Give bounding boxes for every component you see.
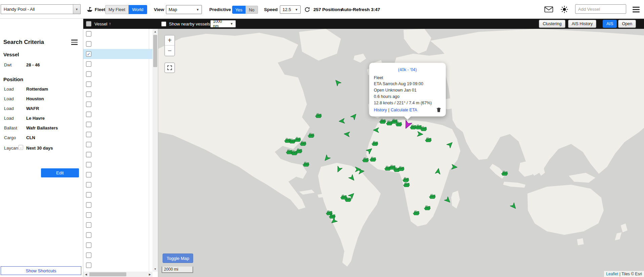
vessel-row[interactable] xyxy=(83,79,153,89)
vessel-row[interactable] xyxy=(83,109,153,119)
vessel-ship-marker[interactable] xyxy=(308,132,315,138)
vessel-row[interactable] xyxy=(83,69,153,79)
vessel-row-checkbox[interactable] xyxy=(86,192,91,198)
vessel-row[interactable] xyxy=(83,250,153,260)
nearby-radius-select[interactable]: 1000 nm ▼ xyxy=(210,20,236,27)
scroll-right-icon[interactable]: ▶ xyxy=(147,272,153,277)
edit-button[interactable]: Edit xyxy=(41,168,79,177)
vessel-row[interactable] xyxy=(83,160,153,170)
vessel-name-link[interactable]: (40k - '04) xyxy=(398,67,417,72)
vessel-row[interactable] xyxy=(83,240,153,250)
vessel-row[interactable] xyxy=(83,29,153,39)
vessel-course-marker[interactable] xyxy=(417,131,423,137)
vessel-row-checkbox[interactable] xyxy=(86,132,91,137)
toggle-map-button[interactable]: Toggle Map xyxy=(163,254,193,263)
vessel-row[interactable] xyxy=(83,230,153,240)
add-vessel-input[interactable] xyxy=(575,4,626,14)
vessel-row[interactable] xyxy=(83,59,153,69)
vessel-row-checkbox[interactable] xyxy=(86,102,91,107)
world-button[interactable]: World xyxy=(129,5,147,14)
vessel-ship-marker[interactable] xyxy=(501,170,508,176)
vessel-row-checkbox[interactable] xyxy=(86,152,91,157)
vertical-scroll-thumb[interactable] xyxy=(153,35,157,67)
vessel-row-checkbox[interactable] xyxy=(86,212,91,218)
clustering-button[interactable]: Clustering xyxy=(539,20,565,28)
vessel-row-checkbox[interactable] xyxy=(86,112,91,117)
vessel-row-checkbox[interactable] xyxy=(86,31,91,37)
horizontal-scrollbar[interactable]: ◀ ▶ xyxy=(83,272,153,277)
vessel-ship-marker[interactable] xyxy=(371,141,378,146)
vessel-row[interactable] xyxy=(83,89,153,99)
zoom-in-button[interactable]: + xyxy=(165,36,174,46)
vessel-row[interactable] xyxy=(83,170,153,180)
vessel-row[interactable] xyxy=(83,99,153,109)
show-shortcuts-link[interactable]: Show Shortcuts xyxy=(1,266,81,275)
vessel-course-marker[interactable] xyxy=(435,168,441,175)
vessel-row[interactable] xyxy=(83,140,153,150)
vessel-row[interactable] xyxy=(83,260,153,270)
vessel-row[interactable] xyxy=(83,220,153,230)
vessel-ship-marker[interactable] xyxy=(429,193,436,199)
history-link[interactable]: History xyxy=(374,108,387,112)
vertical-scrollbar[interactable]: ▲ ▼ xyxy=(153,29,158,272)
vessel-row-checkbox[interactable] xyxy=(86,202,91,208)
vessel-course-marker[interactable] xyxy=(334,79,341,86)
vessel-course-marker[interactable] xyxy=(324,155,330,162)
fullscreen-button[interactable] xyxy=(164,62,175,73)
vessel-row[interactable] xyxy=(83,150,153,160)
scroll-down-icon[interactable]: ▼ xyxy=(153,266,158,272)
vessel-ship-marker[interactable] xyxy=(420,125,427,131)
vessel-row-checkbox[interactable] xyxy=(86,253,91,258)
vessel-row[interactable] xyxy=(83,190,153,200)
vessel-course-marker[interactable] xyxy=(354,166,361,173)
vessel-row-checkbox[interactable] xyxy=(86,232,91,238)
show-nearby-checkbox[interactable] xyxy=(161,21,166,26)
vessel-row-checkbox[interactable] xyxy=(86,263,91,268)
vessel-course-marker[interactable] xyxy=(351,113,357,120)
vessel-row-checkbox[interactable] xyxy=(86,71,91,77)
theme-sun-icon[interactable] xyxy=(560,0,568,19)
vessel-row[interactable] xyxy=(83,49,153,59)
vessel-course-marker[interactable] xyxy=(348,192,355,199)
vessel-row[interactable] xyxy=(83,129,153,140)
vessel-row[interactable] xyxy=(83,39,153,49)
main-menu-icon[interactable] xyxy=(633,0,640,19)
refresh-icon[interactable] xyxy=(304,0,310,19)
vessel-ship-marker[interactable] xyxy=(379,118,386,124)
vessel-course-marker[interactable] xyxy=(336,166,342,173)
vessel-row-checkbox[interactable] xyxy=(86,162,91,167)
trash-icon[interactable] xyxy=(436,108,441,113)
vessel-course-marker[interactable] xyxy=(339,118,345,124)
vessel-course-marker[interactable] xyxy=(447,141,454,148)
vessel-ship-marker[interactable] xyxy=(362,157,369,162)
vessel-course-marker[interactable] xyxy=(331,218,337,224)
vessel-row-checkbox[interactable] xyxy=(86,61,91,67)
vessel-row[interactable] xyxy=(83,210,153,220)
calculate-eta-link[interactable]: Calculate ETA xyxy=(391,108,417,112)
leaflet-link[interactable]: Leaflet xyxy=(606,272,618,276)
vessel-ship-marker[interactable] xyxy=(315,113,322,118)
vessel-row-checkbox[interactable] xyxy=(86,182,91,187)
pool-select[interactable]: Handy Pool - All ▼ xyxy=(1,4,81,14)
ais-button[interactable]: AIS xyxy=(603,20,617,28)
mail-icon[interactable] xyxy=(544,0,553,19)
horizontal-scroll-thumb[interactable] xyxy=(89,272,126,276)
criteria-menu-icon[interactable] xyxy=(71,40,78,45)
vessel-ship-marker[interactable] xyxy=(424,205,431,210)
my-fleet-button[interactable]: My Fleet xyxy=(105,5,129,14)
vessel-row[interactable] xyxy=(83,119,153,129)
vessel-row-checkbox[interactable] xyxy=(86,92,91,97)
vessel-course-marker[interactable] xyxy=(366,147,373,154)
vessel-course-marker[interactable] xyxy=(444,197,451,204)
zoom-out-button[interactable]: − xyxy=(165,46,174,56)
scroll-up-icon[interactable]: ▲ xyxy=(153,29,158,34)
vessel-row-checkbox[interactable] xyxy=(86,172,91,177)
ais-history-button[interactable]: AIS History xyxy=(568,20,597,28)
vessel-ship-marker[interactable] xyxy=(302,161,309,167)
vessel-ship-marker[interactable] xyxy=(370,156,377,162)
vessel-row-checkbox[interactable] xyxy=(86,51,91,57)
map[interactable]: + − (40k - '04) Fleet ETA Sarroch Aug 19… xyxy=(158,29,644,277)
vessel-course-marker[interactable] xyxy=(451,164,458,170)
scroll-left-icon[interactable]: ◀ xyxy=(83,272,89,277)
vessel-course-marker[interactable] xyxy=(510,203,517,210)
